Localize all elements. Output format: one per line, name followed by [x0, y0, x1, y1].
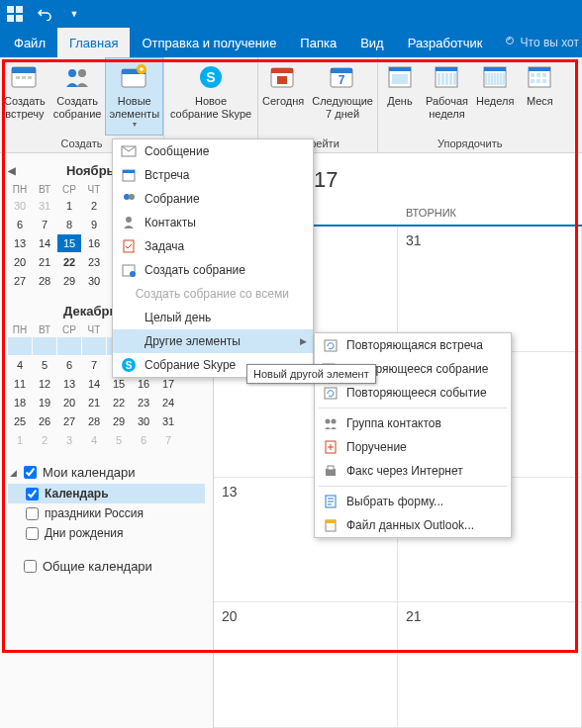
menu-item[interactable]: Сообщение [113, 139, 313, 163]
minical-day[interactable]: 13 [8, 234, 32, 252]
minical-day[interactable]: 29 [107, 412, 131, 430]
qat-app-icon[interactable] [4, 3, 26, 25]
today-button[interactable]: Сегодня [258, 57, 308, 136]
minical-day[interactable]: 3 [57, 431, 81, 449]
minical-day[interactable]: 6 [8, 216, 32, 233]
qat-dropdown-icon[interactable]: ▼ [63, 3, 85, 25]
minical-day[interactable]: 6 [57, 356, 81, 374]
shared-calendars-header[interactable]: ◢ Общие календари [8, 555, 205, 578]
minical-day[interactable]: 23 [132, 394, 155, 411]
submenu-item[interactable]: Файл данных Outlook... [315, 513, 511, 537]
minical-day[interactable]: 19 [33, 394, 56, 411]
my-calendars-checkbox[interactable] [24, 466, 37, 479]
menu-item[interactable]: Другие элементы▶ [113, 329, 313, 353]
minical-day[interactable]: 9 [82, 216, 106, 233]
minical-day[interactable] [8, 337, 32, 355]
menu-item[interactable]: Собрание [113, 187, 313, 211]
shared-calendars-checkbox[interactable] [24, 560, 37, 573]
tab-file[interactable]: Файл [2, 28, 57, 57]
minical-day[interactable]: 23 [82, 253, 106, 271]
workweek-view-button[interactable]: Рабочая неделя [422, 57, 472, 136]
undo-icon[interactable] [34, 3, 55, 25]
minical-day[interactable]: 2 [33, 431, 56, 449]
minical-day[interactable]: 24 [156, 394, 180, 411]
minical-day[interactable]: 1 [8, 431, 32, 449]
minical-day[interactable]: 5 [107, 431, 131, 449]
menu-item[interactable]: Целый день [113, 306, 313, 329]
tab-folder[interactable]: Папка [288, 28, 348, 57]
week-view-button[interactable]: Неделя [472, 57, 518, 136]
calendar-cell[interactable]: 20 [214, 602, 398, 728]
minical-day[interactable] [33, 337, 56, 355]
minical-day[interactable]: 4 [8, 356, 32, 374]
calendar-checkbox[interactable] [26, 488, 39, 500]
minical-day[interactable]: 25 [8, 412, 32, 430]
minical-day[interactable]: 22 [107, 394, 131, 411]
minical-day[interactable]: 22 [57, 253, 81, 271]
tab-sendreceive[interactable]: Отправка и получение [130, 28, 288, 57]
minical-day[interactable]: 7 [33, 216, 56, 233]
minical-day[interactable]: 13 [57, 375, 81, 393]
minical-day[interactable] [57, 337, 81, 355]
menu-item[interactable]: Контакты [113, 211, 313, 234]
submenu-item[interactable]: Повторяющееся событие [315, 381, 511, 405]
minical-day[interactable]: 5 [33, 356, 56, 374]
calendar-item[interactable]: Дни рождения [8, 523, 205, 543]
new-appointment-button[interactable]: Создать встречу [0, 57, 49, 136]
minical-day[interactable]: 29 [57, 272, 81, 290]
minical-day[interactable]: 2 [82, 197, 106, 215]
calendar-checkbox[interactable] [26, 527, 39, 540]
my-calendars-header[interactable]: ◢ Мои календари [8, 461, 205, 484]
minical-day[interactable]: 1 [57, 197, 81, 215]
submenu-item[interactable]: Группа контактов [315, 411, 511, 435]
minical-day[interactable]: 14 [33, 234, 56, 252]
minical-day[interactable]: 16 [82, 234, 106, 252]
month-view-button[interactable]: Меся [518, 57, 561, 136]
calendar-item[interactable]: праздники Россия [8, 503, 205, 523]
tab-view[interactable]: Вид [348, 28, 396, 57]
submenu-item[interactable]: Поручение [315, 435, 511, 459]
minical-day[interactable]: 7 [82, 356, 106, 374]
new-meeting-button[interactable]: Создать собрание [49, 57, 106, 136]
calendar-cell[interactable]: 21 [398, 602, 582, 728]
minical-day[interactable]: 30 [82, 272, 106, 290]
minical-day[interactable]: 8 [57, 216, 81, 233]
minical-day[interactable]: 28 [33, 272, 56, 290]
submenu-item[interactable]: Повторяющаяся встреча [315, 333, 511, 357]
tell-me-search[interactable]: Что вы хот [503, 36, 579, 49]
menu-item[interactable]: Встреча [113, 163, 313, 187]
minical-day[interactable]: 30 [8, 197, 32, 215]
minical-day[interactable]: 12 [33, 375, 56, 393]
calendar-item[interactable]: Календарь [8, 484, 205, 503]
tab-home[interactable]: Главная [57, 28, 130, 57]
submenu-item[interactable]: Выбрать форму... [315, 490, 511, 513]
prev-month-icon[interactable]: ◀ [8, 165, 16, 176]
minical-day[interactable]: 28 [82, 412, 106, 430]
minical-day[interactable]: 21 [33, 253, 56, 271]
minical-day[interactable]: 20 [57, 394, 81, 411]
minical-day[interactable]: 31 [156, 412, 180, 430]
minical-day[interactable]: 27 [8, 272, 32, 290]
minical-day[interactable]: 26 [33, 412, 56, 430]
minical-day[interactable]: 15 [57, 234, 81, 252]
menu-item[interactable]: Задача [113, 234, 313, 258]
new-items-button[interactable]: Новые элементы▾ [105, 57, 163, 136]
minical-day[interactable]: 6 [132, 431, 155, 449]
skype-meeting-button[interactable]: S Новое собрание Skype [164, 57, 257, 147]
minical-day[interactable]: 31 [33, 197, 56, 215]
minical-day[interactable]: 21 [82, 394, 106, 411]
minical-day[interactable]: 18 [8, 394, 32, 411]
minical-day[interactable]: 14 [82, 375, 106, 393]
minical-day[interactable]: 11 [8, 375, 32, 393]
minical-day[interactable]: 7 [156, 431, 180, 449]
calendar-checkbox[interactable] [26, 507, 39, 520]
minical-day[interactable]: 27 [57, 412, 81, 430]
minical-day[interactable] [82, 337, 106, 355]
minical-day[interactable]: 4 [82, 431, 106, 449]
tab-developer[interactable]: Разработчик [396, 28, 495, 57]
next7days-button[interactable]: 7 Следующие 7 дней [308, 57, 377, 136]
submenu-item[interactable]: Факс через Интернет [315, 459, 511, 483]
menu-item[interactable]: Создать собрание [113, 258, 313, 282]
minical-day[interactable]: 30 [132, 412, 155, 430]
minical-day[interactable]: 20 [8, 253, 32, 271]
